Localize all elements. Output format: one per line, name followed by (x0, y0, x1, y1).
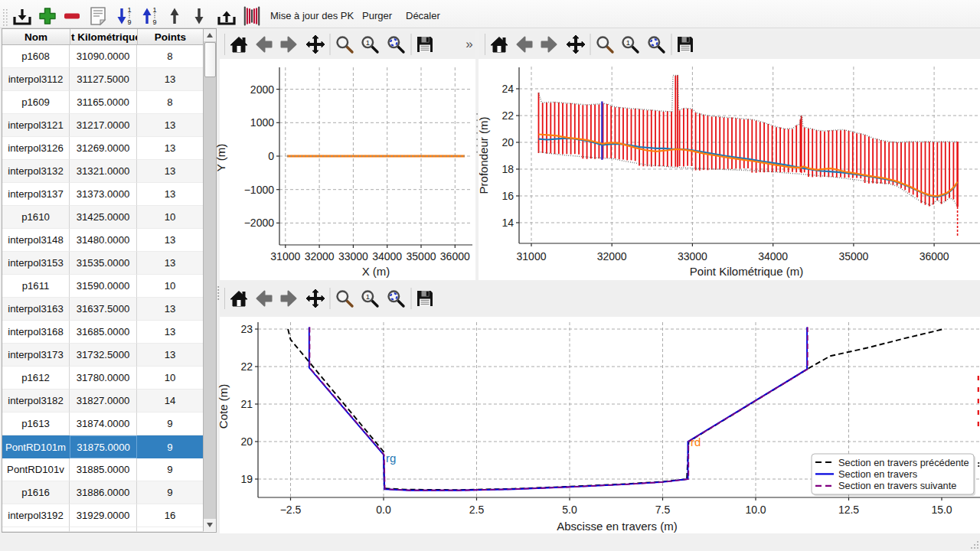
svg-text:1: 1 (127, 6, 131, 14)
svg-text:14: 14 (501, 217, 514, 229)
svg-text:21: 21 (240, 398, 253, 410)
svg-text:1: 1 (626, 38, 630, 47)
svg-text:0.0: 0.0 (376, 504, 391, 516)
svg-text:35000: 35000 (407, 250, 436, 262)
svg-text:1: 1 (366, 38, 370, 47)
svg-text:31000: 31000 (517, 250, 547, 262)
svg-text:1000: 1000 (250, 116, 274, 129)
svg-text:−2000: −2000 (244, 217, 275, 229)
svg-text:Section en travers précédente: Section en travers précédente (838, 457, 969, 468)
svg-text:12.5: 12.5 (838, 504, 859, 516)
svg-text:rd: rd (691, 435, 701, 448)
svg-text:Profondeur (m): Profondeur (m) (477, 117, 490, 194)
svg-text:5.0: 5.0 (562, 504, 577, 516)
svg-text:»: » (466, 37, 472, 51)
svg-text:20: 20 (501, 136, 514, 148)
svg-text:22: 22 (501, 109, 514, 122)
svg-text:34000: 34000 (372, 250, 402, 262)
svg-text:33000: 33000 (338, 250, 368, 262)
svg-text:X (m): X (m) (362, 265, 390, 278)
svg-text:22: 22 (240, 360, 253, 373)
svg-text:Section en travers suivante: Section en travers suivante (838, 480, 956, 491)
svg-text:Cote (m): Cote (m) (217, 384, 230, 429)
svg-text:1: 1 (152, 6, 156, 14)
svg-text:31000: 31000 (270, 250, 300, 262)
svg-text:Section en travers: Section en travers (838, 468, 917, 480)
svg-text:9: 9 (127, 18, 131, 26)
svg-text:20: 20 (240, 435, 253, 448)
svg-text:−1000: −1000 (244, 184, 275, 196)
svg-text:36000: 36000 (920, 250, 949, 262)
svg-text:10.0: 10.0 (745, 504, 766, 516)
svg-text:18: 18 (501, 163, 514, 175)
svg-text:2.5: 2.5 (469, 504, 485, 516)
svg-text:1: 1 (366, 292, 370, 301)
svg-text:23: 23 (240, 323, 253, 335)
svg-text:19: 19 (240, 473, 253, 485)
svg-text:34000: 34000 (758, 250, 788, 262)
svg-text:32000: 32000 (305, 250, 335, 262)
svg-text:16: 16 (501, 190, 514, 202)
svg-text:rg: rg (386, 452, 396, 465)
svg-text:32000: 32000 (597, 250, 627, 262)
svg-text:35000: 35000 (838, 250, 868, 262)
svg-text:15.0: 15.0 (931, 504, 952, 516)
svg-text:Y (m): Y (m) (214, 144, 227, 171)
svg-text:24: 24 (501, 83, 514, 95)
svg-text:2000: 2000 (250, 83, 274, 96)
svg-text:36000: 36000 (440, 250, 470, 262)
svg-text:33000: 33000 (678, 250, 707, 262)
svg-text:7.5: 7.5 (655, 504, 671, 516)
svg-text:9: 9 (152, 18, 156, 26)
svg-text:0: 0 (268, 150, 274, 162)
svg-text:Abscisse en travers (m): Abscisse en travers (m) (557, 520, 678, 533)
svg-text:−2.5: −2.5 (280, 504, 302, 516)
svg-text:Point Kilométrique (m): Point Kilométrique (m) (690, 265, 803, 278)
